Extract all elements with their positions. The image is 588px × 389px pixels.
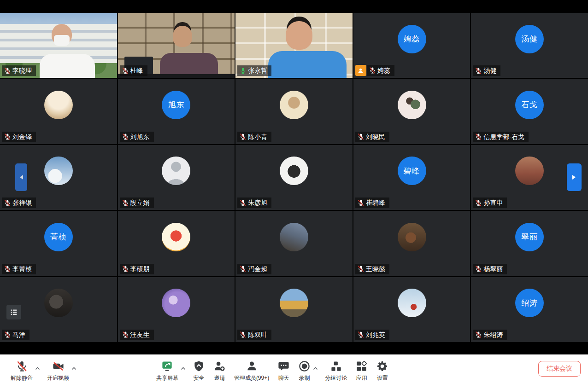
participant-tag-row: 刘金铎 [2,132,36,142]
participant-tile[interactable]: 汤健汤健 [471,13,588,78]
participant-name-tag: 朱彦旭 [237,197,271,208]
participant-name-tag: 孙直申 [473,197,507,208]
participant-tile[interactable]: 刘兆英 [353,277,470,342]
participants-grid: 李晓理杜峰张永哲娉蕊娉蕊汤健汤健刘金铎旭东刘旭东陈小青刘晓民石戈信息学部-石戈张… [0,13,588,342]
participant-name: 杨翠丽 [483,265,503,273]
toolbar-item-label: 聊天 [278,374,289,382]
participant-name: 汪友生 [130,331,150,339]
share-user-badge [355,65,366,76]
prev-page-button[interactable] [15,163,27,191]
end-meeting-button[interactable]: 结束会议 [538,361,581,377]
toolbar-item-label: 管理成员(99+) [234,374,269,382]
toolbar-item-label: 设置 [377,374,388,382]
participant-tile[interactable]: 张永哲 [235,13,353,78]
muted-mic-icon [122,199,129,207]
participant-tag-row: 陈双叶 [237,330,271,340]
participant-name: 孙直申 [483,198,503,207]
participant-name: 陈双叶 [248,331,267,339]
share-user-badge-icon [357,67,364,74]
invite-button[interactable]: 邀请 [209,360,230,382]
participant-tile[interactable]: 冯金超 [235,211,353,276]
toolbar-center-group: 共享屏幕安全邀请管理成员(99+)聊天录制分组讨论应用设置 [152,354,393,382]
participant-name-tag: 张永哲 [237,65,271,76]
participant-tile[interactable]: 陈双叶 [235,277,353,342]
unmute-button[interactable]: 解除静音 [6,360,37,382]
participant-tile[interactable]: 陈小青 [235,79,353,144]
participant-tile[interactable]: 杜峰 [118,13,235,78]
record-icon [298,360,311,372]
participant-tile[interactable]: 娉蕊娉蕊 [353,13,470,78]
muted-mic-icon [475,331,482,338]
participant-tag-row: 刘旭东 [120,132,154,142]
participant-name-tag: 朱绍涛 [473,330,507,340]
participant-tag-row: 信息学部-石戈 [473,132,529,142]
participant-tile[interactable]: 王晓懿 [353,211,470,276]
participant-tile[interactable]: 刘晓民 [353,79,470,144]
avatar [280,223,308,251]
participant-tile[interactable]: 李硕朋 [118,211,235,276]
participant-name-tag: 张祥银 [2,197,36,208]
start-video-button[interactable]: 开启视频 [43,360,73,382]
participant-tile[interactable]: 翠丽杨翠丽 [471,211,588,276]
next-page-button[interactable] [567,163,582,191]
record-options-chevron[interactable] [312,364,319,370]
active-mic-icon [239,67,247,75]
participants-button[interactable]: 管理成员(99+) [230,360,273,382]
share-screen-options-chevron[interactable] [180,364,187,370]
participant-tag-row: 崔碧峰 [355,197,389,208]
participant-name-tag: 刘晓民 [355,132,389,142]
muted-mic-icon [122,133,129,140]
participant-tile[interactable]: 段立娟 [118,145,235,210]
muted-mic-icon [239,133,247,140]
view-layout-button[interactable] [6,305,21,319]
toolbar-left-group: 解除静音开启视频 [0,354,79,382]
chevron-right-icon [572,174,576,180]
record-button[interactable]: 录制 [294,360,315,382]
participant-tile[interactable]: 碧峰崔碧峰 [353,145,470,210]
muted-mic-icon [4,133,11,140]
security-button[interactable]: 安全 [188,360,209,382]
participant-tile[interactable]: 朱彦旭 [235,145,353,210]
chevron-up-icon [313,367,318,370]
participant-tag-row: 李晓理 [2,65,36,76]
participant-name: 杜峰 [130,66,143,75]
participant-name-tag: 刘金铎 [2,132,36,142]
chevron-up-icon [181,367,186,370]
avatar [162,289,190,317]
participant-name: 王晓懿 [366,265,385,273]
participant-name: 崔碧峰 [366,198,385,207]
participant-tile[interactable]: 汪友生 [118,277,235,342]
avatar [162,157,190,185]
apps-button[interactable]: 应用 [351,360,372,382]
muted-mic-icon [475,265,482,273]
unmute-options-chevron[interactable] [34,364,41,370]
muted-mic-icon [357,133,365,140]
top-bar [0,0,588,13]
participant-tile[interactable]: 绍涛朱绍涛 [471,277,588,342]
participant-name: 李菁桢 [12,265,32,273]
participant-tile[interactable]: 刘金铎 [0,79,117,144]
participant-tag-row: 朱绍涛 [473,330,507,340]
participant-tag-row: 娉蕊 [355,65,394,76]
breakout-button[interactable]: 分组讨论 [321,360,351,382]
participant-name: 信息学部-石戈 [483,133,524,141]
participant-tile[interactable]: 李晓理 [0,13,117,78]
participant-tile[interactable]: 菁桢李菁桢 [0,211,117,276]
share-screen-button[interactable]: 共享屏幕 [152,360,182,382]
chat-button[interactable]: 聊天 [273,360,294,382]
participant-name: 刘旭东 [130,133,150,141]
muted-mic-icon [122,331,129,338]
participant-name-tag: 娉蕊 [367,65,394,76]
participant-tile[interactable]: 旭东刘旭东 [118,79,235,144]
muted-mic-icon [475,67,482,75]
start-video-options-chevron[interactable] [71,364,77,370]
settings-button[interactable]: 设置 [372,360,393,382]
muted-mic-icon [239,265,247,273]
participant-tile[interactable]: 石戈信息学部-石戈 [471,79,588,144]
participant-tag-row: 朱彦旭 [237,197,271,208]
muted-mic-icon [4,331,11,338]
participant-name: 冯金超 [248,265,267,273]
participant-name-tag: 李硕朋 [120,264,154,274]
participant-tag-row: 汪友生 [120,330,154,340]
toolbar-item-label: 开启视频 [47,374,69,382]
